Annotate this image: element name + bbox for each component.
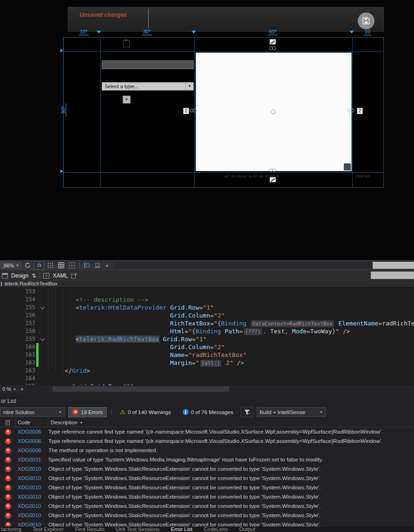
column-width-label[interactable]: 50*: [268, 29, 278, 35]
errors-filter-button[interactable]: ✕ 19 Errors: [68, 407, 107, 417]
scroll-left-arrow[interactable]: ◄: [19, 387, 25, 391]
error-code[interactable]: XDG0006: [16, 448, 48, 453]
tab-xaml[interactable]: XAML: [53, 272, 68, 279]
code-line[interactable]: 156 Grid.Column="2": [0, 311, 414, 319]
chain-link-icon[interactable]: [269, 46, 276, 51]
designer-horizontal-scrollbar[interactable]: [113, 262, 414, 269]
column-width-label[interactable]: 30*: [142, 29, 152, 35]
code-line[interactable]: 165 <Grid Grid.Row="1">: [0, 383, 414, 385]
description-column-header[interactable]: Description ▼: [48, 420, 414, 425]
split-scrollbar-thumb[interactable]: [371, 272, 414, 279]
code-line[interactable]: 154 <!-- description -->: [0, 296, 414, 304]
grid-splitter-marker[interactable]: [191, 31, 196, 33]
panel-tab-factoring[interactable]: factoring: [1, 526, 21, 532]
snap-to-grid-button[interactable]: [57, 261, 66, 270]
margin-left-badge[interactable]: 2: [183, 108, 189, 114]
popout-icon[interactable]: [71, 273, 77, 279]
code-line[interactable]: 158 Html="{Binding Path=(???). Test, Mod…: [0, 327, 414, 335]
editor-horizontal-scrollbar[interactable]: [25, 385, 414, 393]
panel-tab-unit-test-sessions[interactable]: Unit Test Sessions: [116, 526, 159, 532]
scrollbar-thumb[interactable]: [53, 386, 229, 392]
error-row[interactable]: ✕XDG0010Object of type 'System.Windows.S…: [0, 520, 414, 526]
breadcrumb-element[interactable]: telerik:RadRichTextBox: [0, 281, 58, 286]
scrollbar-thumb[interactable]: [373, 262, 414, 269]
error-code[interactable]: XDG0031: [16, 457, 48, 462]
tab-design[interactable]: Design: [11, 272, 28, 279]
panel-tab-error-list[interactable]: Error List: [171, 526, 193, 532]
code-line[interactable]: 153: [0, 288, 414, 296]
error-row[interactable]: ✕XDG0010Object of type 'System.Windows.S…: [0, 464, 414, 474]
code-line[interactable]: 164: [0, 375, 414, 383]
error-row[interactable]: ✕XDG0006The method or operation is not i…: [0, 446, 414, 455]
error-code[interactable]: XDG0010: [16, 503, 48, 509]
filter-button[interactable]: [241, 407, 253, 417]
xaml-code-editor[interactable]: 153154 <!-- description -->155 <telerik:…: [0, 288, 414, 385]
margin-right-badge[interactable]: 2: [357, 108, 363, 114]
error-row[interactable]: ✕XDG0031Specified value of type 'System.…: [0, 455, 414, 464]
messages-filter-button[interactable]: i 0 of 76 Messages: [178, 407, 237, 417]
fold-margin[interactable]: [39, 304, 46, 311]
error-row[interactable]: ✕XDG0010Object of type 'System.Windows.S…: [0, 483, 414, 492]
code-line[interactable]: 162 Margin="[all:] 2" />: [0, 359, 414, 367]
grid-overlay-button[interactable]: [67, 261, 76, 270]
designed-dropdown-button[interactable]: ▼: [123, 96, 131, 104]
error-code[interactable]: XDG0010: [16, 485, 48, 490]
design-canvas[interactable]: Select a type... ▼ ▼ 80° 00' 00.00" N 29…: [63, 37, 384, 188]
error-row[interactable]: ✕XDG0010Object of type 'System.Windows.S…: [0, 501, 414, 511]
error-code[interactable]: XDG0010: [16, 475, 48, 481]
scope-dropdown[interactable]: ntire Solution ▼: [0, 407, 65, 417]
severity-column-header[interactable]: [0, 418, 16, 427]
editor-zoom-select[interactable]: 0 % ▼: [0, 386, 19, 392]
code-line[interactable]: 163 </Grid>: [0, 367, 414, 375]
column-width-label[interactable]: 10*: [79, 29, 89, 35]
designed-combobox[interactable]: Select a type... ▼: [102, 82, 194, 91]
fold-chevron-icon[interactable]: [40, 305, 45, 310]
anchor-adorner-icon[interactable]: [269, 177, 276, 182]
breadcrumb[interactable]: telerik:RadRichTextBox: [0, 280, 414, 288]
error-row[interactable]: ✕XDG0006Type reference cannot find type …: [0, 436, 414, 446]
code-column-header[interactable]: Code: [16, 418, 48, 427]
error-code[interactable]: XDG0006: [16, 429, 48, 435]
error-row[interactable]: ✕XDG0010Object of type 'System.Windows.S…: [0, 474, 414, 483]
refresh-button[interactable]: [23, 261, 32, 270]
grid-splitter-marker[interactable]: [97, 31, 101, 33]
warnings-filter-button[interactable]: ⚠ 0 of 140 Warnings: [116, 407, 175, 417]
effects-button[interactable]: fx: [34, 261, 44, 270]
panel-tab-test-explorer[interactable]: Test Explorer: [33, 526, 64, 532]
row-height-label[interactable]: 80*: [60, 104, 66, 117]
scroll-left-arrow[interactable]: ◄: [104, 263, 110, 268]
snap-to-snaplines-button[interactable]: [93, 261, 102, 270]
code-line[interactable]: 157 RichTextBox="{Binding DataContext=Ra…: [0, 319, 414, 327]
center-anchor-icon[interactable]: [271, 110, 276, 114]
code-line[interactable]: 159 <telerik:RadRichTextBox Grid.Row="1": [0, 335, 414, 343]
code-line[interactable]: 160 Grid.Column="2": [0, 343, 414, 351]
swap-panes-icon[interactable]: ⇅: [32, 272, 36, 279]
save-button[interactable]: [358, 13, 375, 29]
error-code[interactable]: XDG0006: [16, 438, 48, 444]
panel-tab-output[interactable]: Output: [239, 526, 256, 532]
column-width-label[interactable]: 10: [364, 29, 371, 35]
resize-grip[interactable]: [344, 163, 351, 170]
code-line[interactable]: 155 <telerik:HtmlDataProvider Grid.Row="…: [0, 304, 414, 311]
error-code[interactable]: XDG0010: [16, 466, 48, 472]
panel-tab-codelens[interactable]: CodeLens: [204, 526, 228, 532]
chain-link-icon[interactable]: [190, 109, 197, 113]
error-row[interactable]: ✕XDG0006Type reference cannot find type …: [0, 427, 414, 436]
snaplines-button[interactable]: [82, 261, 91, 270]
grid-splitter-marker[interactable]: [349, 31, 354, 33]
designer-zoom-select[interactable]: ,96% ▼: [0, 261, 21, 269]
anchor-adorner-icon[interactable]: [269, 39, 276, 45]
build-intellisense-dropdown[interactable]: Build + IntelliSense ▼: [256, 407, 326, 417]
panel-tab-find-results[interactable]: Find Results: [75, 526, 105, 532]
error-row[interactable]: ✕XDG0010Object of type 'System.Windows.S…: [0, 492, 414, 501]
code-line[interactable]: 161 Name="radRichTextBox": [0, 351, 414, 359]
error-code[interactable]: XDG0010: [16, 494, 48, 500]
error-code[interactable]: XDG0010: [16, 522, 48, 526]
error-row[interactable]: ✕XDG0010Object of type 'System.Windows.S…: [0, 511, 414, 520]
designed-textbox[interactable]: [102, 60, 194, 69]
fold-chevron-icon[interactable]: [40, 337, 45, 341]
error-code[interactable]: XDG0010: [16, 513, 48, 518]
chain-link-icon[interactable]: [269, 168, 276, 172]
chain-link-icon[interactable]: [348, 109, 355, 113]
show-gridlines-button[interactable]: [46, 261, 55, 270]
